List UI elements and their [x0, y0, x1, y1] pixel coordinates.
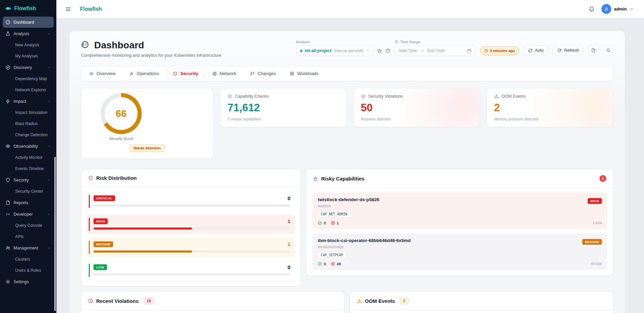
auto-refresh-icon — [528, 48, 533, 53]
sidebar-item-query-console[interactable]: Query Console — [3, 220, 54, 231]
sidebar-item-new-analysis[interactable]: New Analysis — [3, 40, 54, 50]
tab-network[interactable]: Network — [206, 68, 243, 79]
page-title: Dashboard — [94, 40, 144, 51]
sidebar-item-label: Dashboard — [14, 20, 34, 25]
count-badge: 2 — [400, 297, 408, 304]
total-count: 49 total — [591, 262, 602, 266]
last-updated-badge: 4 minutes ago — [480, 46, 519, 55]
gear-icon — [5, 279, 10, 284]
sidebar-group-security[interactable]: Security — [3, 174, 54, 186]
tab-operations[interactable]: Operations — [123, 68, 165, 79]
risk-row-critical: CRITICAL 0 — [87, 192, 295, 211]
report-button[interactable] — [588, 45, 598, 55]
sidebar-scrollbar[interactable] — [54, 157, 56, 311]
chevron-up-icon — [47, 212, 51, 216]
sidebar-group-discovery[interactable]: Discovery — [3, 62, 54, 73]
lock-icon — [313, 176, 318, 181]
chevron-up-icon — [47, 246, 51, 250]
sidebar-item-settings[interactable]: Settings — [3, 276, 54, 287]
eye-icon — [89, 71, 94, 76]
user-menu[interactable]: admin — [601, 4, 634, 14]
sidebar-item-apis[interactable]: APIs — [3, 231, 54, 242]
sidebar-group-developer[interactable]: Developer — [3, 209, 54, 220]
favorite-button[interactable] — [377, 48, 382, 53]
flask-icon — [5, 31, 10, 36]
sidebar-group-impact[interactable]: Impact — [3, 96, 54, 107]
capability-row[interactable]: ibm-block-csi-operator-68bb646d48-6x5md … — [312, 234, 607, 270]
time-range-input[interactable]: Start Time End Time — [395, 46, 476, 56]
security-violations-card: Security Violations 50 Requires attentio… — [353, 88, 480, 127]
risk-row-high: HIGH 1 — [87, 215, 295, 234]
capability-checks-value: 71,612 — [227, 102, 339, 114]
severity-badge-medium: MEDIUM — [93, 241, 113, 247]
risk-distribution-panel: Risk Distribution CRITICAL 0 HIGH 1 — [81, 169, 301, 286]
analysis-select[interactable]: int-all-project (internal-openshift) — [296, 46, 374, 56]
document-icon — [591, 48, 596, 53]
wrench-icon — [129, 71, 134, 76]
sidebar-item-security-center[interactable]: Security Center — [3, 186, 54, 197]
status-dot — [300, 50, 302, 52]
risk-count: 1 — [288, 241, 290, 247]
security-score-value: 66 — [101, 93, 142, 134]
search-button[interactable] — [603, 45, 613, 55]
risk-row-medium: MEDIUM 1 — [87, 238, 295, 257]
end-time-placeholder: End Time — [427, 48, 445, 53]
tab-workloads[interactable]: Workloads — [284, 68, 325, 79]
sidebar-item-clusters[interactable]: Clusters — [3, 254, 54, 265]
file-icon — [5, 200, 10, 205]
sidebar-item-users-roles[interactable]: Users & Roles — [3, 265, 54, 276]
chevron-up-icon — [47, 32, 51, 36]
main-panel: Dashboard Comprehensive monitoring and a… — [69, 31, 625, 313]
topbar: Flowfish admin — [56, 0, 644, 18]
refresh-button[interactable]: Refresh — [553, 45, 584, 55]
sidebar-item-events-timeline[interactable]: Events Timeline — [3, 163, 54, 174]
page-subtitle: Comprehensive monitoring and analytics f… — [81, 53, 221, 58]
shield-check-icon — [227, 94, 232, 99]
sidebar-item-dashboard[interactable]: Dashboard — [3, 17, 54, 28]
sidebar-group-management[interactable]: Management — [3, 242, 54, 254]
sidebar-item-change-detection[interactable]: Change Detection — [3, 129, 54, 140]
capability-row[interactable]: twistlock-defender-ds-p5826 twistlock CA… — [312, 193, 607, 229]
chevron-down-icon — [366, 49, 370, 53]
sidebar-item-activity-monitor[interactable]: Activity Monitor — [3, 152, 54, 163]
calendar-icon — [467, 48, 472, 53]
panel-title: Risky Capabilities — [321, 176, 364, 182]
sidebar-item-dependency-map[interactable]: Dependency Map — [3, 73, 54, 84]
menu-toggle-button[interactable] — [65, 6, 71, 12]
tab-bar: Overview Operations Security Network Cha… — [81, 66, 613, 81]
sidebar-item-impact-simulation[interactable]: Impact Simulation — [3, 107, 54, 118]
clock-icon — [484, 49, 488, 53]
refresh-icon — [557, 48, 562, 53]
auto-refresh-button[interactable]: Auto — [524, 45, 548, 55]
time-range-label-row: Time Range — [395, 40, 476, 44]
search-icon — [606, 48, 611, 53]
capability-chip: CAP_SETPCAP — [318, 252, 346, 258]
shield-icon — [173, 71, 178, 76]
gauge-icon — [5, 20, 10, 25]
tab-security[interactable]: Security — [167, 68, 204, 79]
sidebar-group-observability[interactable]: Observability — [3, 141, 54, 152]
notifications-button[interactable] — [589, 6, 595, 12]
chevron-up-icon — [47, 178, 51, 182]
clock-alert-icon — [88, 298, 93, 304]
sidebar-item-network-explorer[interactable]: Network Explorer — [3, 85, 54, 95]
avatar — [601, 4, 611, 14]
tab-overview[interactable]: Overview — [83, 68, 122, 79]
risky-capabilities-panel: Risky Capabilities 1 twistlock-defender-… — [306, 169, 613, 276]
count-badge: 10 — [143, 297, 154, 304]
shield-alert-icon — [88, 175, 93, 180]
sidebar-item-blast-radius[interactable]: Blast Radius — [3, 118, 54, 129]
logo: Flowfish — [0, 0, 56, 16]
sidebar-item-reports[interactable]: Reports — [3, 197, 54, 208]
code-icon — [5, 212, 10, 217]
panel-title: Recent Violations — [96, 298, 139, 304]
analysis-label: Analysis — [296, 40, 390, 44]
sidebar-item-my-analyses[interactable]: My Analyses — [3, 51, 54, 62]
tab-changes[interactable]: Changes — [244, 68, 282, 79]
sidebar: Flowfish Dashboard Analysis New Analysis… — [0, 0, 56, 313]
count-badge: 1 — [599, 175, 606, 182]
sidebar-group-analysis[interactable]: Analysis — [3, 28, 54, 39]
menu-icon — [65, 6, 71, 12]
history-button[interactable] — [385, 48, 390, 53]
check-circle-icon — [318, 262, 322, 266]
